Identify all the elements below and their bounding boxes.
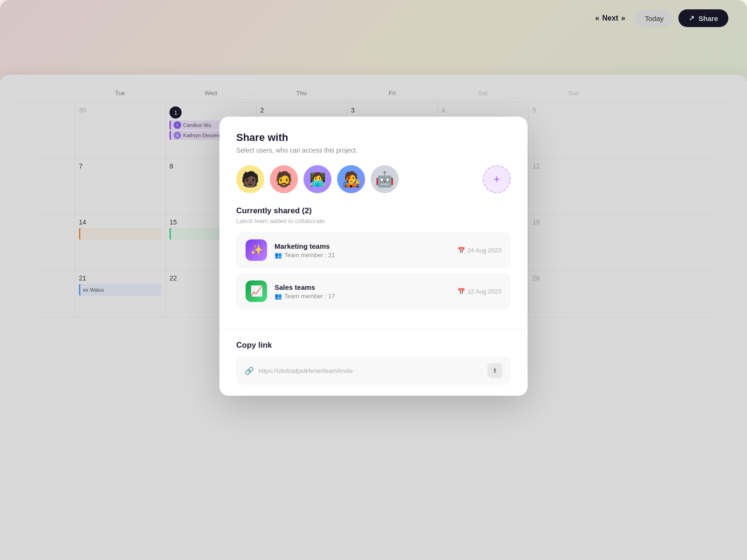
avatar-2[interactable]: 🧔 bbox=[270, 165, 298, 193]
sales-team-name: Sales teams bbox=[275, 283, 450, 291]
sales-team-members: 👥 Team member : 17 bbox=[275, 293, 450, 300]
avatars-row: 🧑🏿 🧔 👩‍💻 🧑‍🎤 🤖 + bbox=[236, 165, 511, 193]
marketing-team-card[interactable]: ✨ Marketing teams 👥 Team member : 21 📅 2… bbox=[236, 232, 511, 268]
copy-link-button[interactable]: ⬆ bbox=[487, 363, 502, 378]
link-box[interactable]: 🔗 https://izkdzadjadkfenei/team/invite ⬆ bbox=[236, 357, 511, 385]
modal-title: Share with bbox=[236, 132, 511, 144]
marketing-team-info: Marketing teams 👥 Team member : 21 bbox=[275, 242, 450, 259]
marketing-team-name: Marketing teams bbox=[275, 242, 450, 250]
members-icon-marketing: 👥 bbox=[275, 252, 282, 259]
avatar-4[interactable]: 🧑‍🎤 bbox=[337, 165, 365, 193]
add-user-button[interactable]: + bbox=[483, 165, 511, 193]
sales-team-date: 📅 12 Aug 2023 bbox=[458, 288, 501, 295]
link-url: https://izkdzadjadkfenei/team/invite bbox=[259, 367, 483, 374]
marketing-team-date: 📅 24 Aug 2023 bbox=[458, 247, 501, 254]
link-icon: 🔗 bbox=[245, 366, 254, 375]
avatar-5[interactable]: 🤖 bbox=[371, 165, 399, 193]
calendar-icon-marketing: 📅 bbox=[458, 247, 465, 254]
copy-link-title: Copy link bbox=[236, 341, 511, 350]
avatar-1[interactable]: 🧑🏿 bbox=[236, 165, 264, 193]
avatar-3[interactable]: 👩‍💻 bbox=[303, 165, 331, 193]
shared-section-title: Currently shared (2) bbox=[236, 206, 511, 216]
sales-team-info: Sales teams 👥 Team member : 17 bbox=[275, 283, 450, 300]
copy-link-section: Copy link 🔗 https://izkdzadjadkfenei/tea… bbox=[219, 329, 528, 396]
modal-body: Share with Select users, who can access … bbox=[219, 117, 528, 329]
members-icon-sales: 👥 bbox=[275, 293, 282, 300]
marketing-team-icon: ✨ bbox=[246, 239, 267, 261]
share-link-icon: ⬆ bbox=[492, 367, 498, 374]
calendar-icon-sales: 📅 bbox=[458, 288, 465, 295]
share-modal: Share with Select users, who can access … bbox=[219, 117, 528, 396]
marketing-team-members: 👥 Team member : 21 bbox=[275, 252, 450, 259]
modal-subtitle: Select users, who can access this projec… bbox=[236, 147, 511, 154]
shared-section-subtitle: Latest team added to collaborate. bbox=[236, 217, 511, 224]
sales-team-icon: 📈 bbox=[246, 280, 267, 302]
sales-team-card[interactable]: 📈 Sales teams 👥 Team member : 17 📅 12 Au… bbox=[236, 273, 511, 309]
